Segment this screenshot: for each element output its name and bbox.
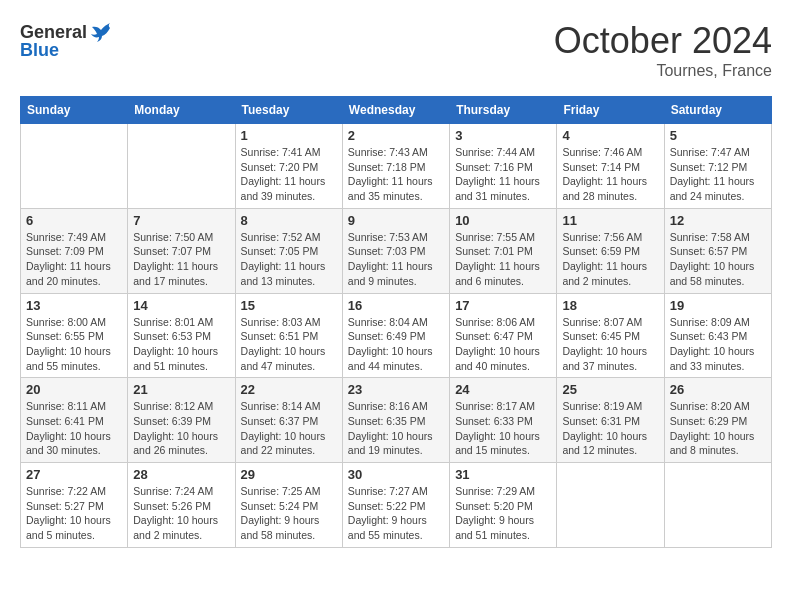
calendar-day-cell: 21Sunrise: 8:12 AM Sunset: 6:39 PM Dayli… xyxy=(128,378,235,463)
day-info: Sunrise: 7:22 AM Sunset: 5:27 PM Dayligh… xyxy=(26,484,122,543)
day-number: 28 xyxy=(133,467,229,482)
calendar-week-row: 27Sunrise: 7:22 AM Sunset: 5:27 PM Dayli… xyxy=(21,463,772,548)
day-info: Sunrise: 8:17 AM Sunset: 6:33 PM Dayligh… xyxy=(455,399,551,458)
day-number: 4 xyxy=(562,128,658,143)
day-number: 23 xyxy=(348,382,444,397)
calendar-week-row: 20Sunrise: 8:11 AM Sunset: 6:41 PM Dayli… xyxy=(21,378,772,463)
day-of-week-header: Wednesday xyxy=(342,97,449,124)
calendar-day-cell: 7Sunrise: 7:50 AM Sunset: 7:07 PM Daylig… xyxy=(128,208,235,293)
day-info: Sunrise: 8:03 AM Sunset: 6:51 PM Dayligh… xyxy=(241,315,337,374)
calendar-day-cell: 29Sunrise: 7:25 AM Sunset: 5:24 PM Dayli… xyxy=(235,463,342,548)
title-block: October 2024 Tournes, France xyxy=(554,20,772,80)
day-number: 31 xyxy=(455,467,551,482)
day-info: Sunrise: 8:09 AM Sunset: 6:43 PM Dayligh… xyxy=(670,315,766,374)
day-info: Sunrise: 8:04 AM Sunset: 6:49 PM Dayligh… xyxy=(348,315,444,374)
day-number: 2 xyxy=(348,128,444,143)
calendar-day-cell: 24Sunrise: 8:17 AM Sunset: 6:33 PM Dayli… xyxy=(450,378,557,463)
day-info: Sunrise: 7:44 AM Sunset: 7:16 PM Dayligh… xyxy=(455,145,551,204)
day-info: Sunrise: 7:49 AM Sunset: 7:09 PM Dayligh… xyxy=(26,230,122,289)
day-number: 29 xyxy=(241,467,337,482)
day-number: 8 xyxy=(241,213,337,228)
calendar-day-cell: 17Sunrise: 8:06 AM Sunset: 6:47 PM Dayli… xyxy=(450,293,557,378)
calendar-day-cell: 3Sunrise: 7:44 AM Sunset: 7:16 PM Daylig… xyxy=(450,124,557,209)
day-info: Sunrise: 7:53 AM Sunset: 7:03 PM Dayligh… xyxy=(348,230,444,289)
calendar-day-cell: 16Sunrise: 8:04 AM Sunset: 6:49 PM Dayli… xyxy=(342,293,449,378)
location-title: Tournes, France xyxy=(554,62,772,80)
day-number: 27 xyxy=(26,467,122,482)
month-title: October 2024 xyxy=(554,20,772,62)
day-number: 13 xyxy=(26,298,122,313)
day-number: 20 xyxy=(26,382,122,397)
day-info: Sunrise: 7:27 AM Sunset: 5:22 PM Dayligh… xyxy=(348,484,444,543)
day-number: 1 xyxy=(241,128,337,143)
day-number: 24 xyxy=(455,382,551,397)
day-info: Sunrise: 7:58 AM Sunset: 6:57 PM Dayligh… xyxy=(670,230,766,289)
calendar-table: SundayMondayTuesdayWednesdayThursdayFrid… xyxy=(20,96,772,548)
day-info: Sunrise: 7:29 AM Sunset: 5:20 PM Dayligh… xyxy=(455,484,551,543)
day-number: 12 xyxy=(670,213,766,228)
calendar-day-cell xyxy=(21,124,128,209)
calendar-day-cell: 5Sunrise: 7:47 AM Sunset: 7:12 PM Daylig… xyxy=(664,124,771,209)
calendar-day-cell: 15Sunrise: 8:03 AM Sunset: 6:51 PM Dayli… xyxy=(235,293,342,378)
day-number: 21 xyxy=(133,382,229,397)
calendar-day-cell: 13Sunrise: 8:00 AM Sunset: 6:55 PM Dayli… xyxy=(21,293,128,378)
calendar-day-cell: 10Sunrise: 7:55 AM Sunset: 7:01 PM Dayli… xyxy=(450,208,557,293)
day-of-week-header: Friday xyxy=(557,97,664,124)
day-info: Sunrise: 7:43 AM Sunset: 7:18 PM Dayligh… xyxy=(348,145,444,204)
day-info: Sunrise: 7:55 AM Sunset: 7:01 PM Dayligh… xyxy=(455,230,551,289)
day-number: 15 xyxy=(241,298,337,313)
day-of-week-header: Saturday xyxy=(664,97,771,124)
calendar-day-cell: 2Sunrise: 7:43 AM Sunset: 7:18 PM Daylig… xyxy=(342,124,449,209)
calendar-day-cell: 1Sunrise: 7:41 AM Sunset: 7:20 PM Daylig… xyxy=(235,124,342,209)
calendar-day-cell: 19Sunrise: 8:09 AM Sunset: 6:43 PM Dayli… xyxy=(664,293,771,378)
logo-bird-icon xyxy=(89,20,113,44)
calendar-day-cell xyxy=(128,124,235,209)
day-info: Sunrise: 8:06 AM Sunset: 6:47 PM Dayligh… xyxy=(455,315,551,374)
day-number: 11 xyxy=(562,213,658,228)
calendar-day-cell: 30Sunrise: 7:27 AM Sunset: 5:22 PM Dayli… xyxy=(342,463,449,548)
calendar-day-cell: 11Sunrise: 7:56 AM Sunset: 6:59 PM Dayli… xyxy=(557,208,664,293)
day-info: Sunrise: 8:07 AM Sunset: 6:45 PM Dayligh… xyxy=(562,315,658,374)
page-header: General Blue October 2024 Tournes, Franc… xyxy=(20,20,772,80)
day-info: Sunrise: 7:41 AM Sunset: 7:20 PM Dayligh… xyxy=(241,145,337,204)
day-of-week-header: Monday xyxy=(128,97,235,124)
day-of-week-header: Tuesday xyxy=(235,97,342,124)
day-info: Sunrise: 7:47 AM Sunset: 7:12 PM Dayligh… xyxy=(670,145,766,204)
day-number: 30 xyxy=(348,467,444,482)
calendar-day-cell: 31Sunrise: 7:29 AM Sunset: 5:20 PM Dayli… xyxy=(450,463,557,548)
day-info: Sunrise: 8:16 AM Sunset: 6:35 PM Dayligh… xyxy=(348,399,444,458)
calendar-day-cell: 6Sunrise: 7:49 AM Sunset: 7:09 PM Daylig… xyxy=(21,208,128,293)
day-info: Sunrise: 8:14 AM Sunset: 6:37 PM Dayligh… xyxy=(241,399,337,458)
day-info: Sunrise: 8:00 AM Sunset: 6:55 PM Dayligh… xyxy=(26,315,122,374)
day-info: Sunrise: 7:24 AM Sunset: 5:26 PM Dayligh… xyxy=(133,484,229,543)
day-info: Sunrise: 7:52 AM Sunset: 7:05 PM Dayligh… xyxy=(241,230,337,289)
day-info: Sunrise: 7:56 AM Sunset: 6:59 PM Dayligh… xyxy=(562,230,658,289)
day-info: Sunrise: 7:25 AM Sunset: 5:24 PM Dayligh… xyxy=(241,484,337,543)
day-info: Sunrise: 8:11 AM Sunset: 6:41 PM Dayligh… xyxy=(26,399,122,458)
calendar-day-cell: 28Sunrise: 7:24 AM Sunset: 5:26 PM Dayli… xyxy=(128,463,235,548)
calendar-day-cell: 8Sunrise: 7:52 AM Sunset: 7:05 PM Daylig… xyxy=(235,208,342,293)
day-number: 9 xyxy=(348,213,444,228)
logo: General Blue xyxy=(20,20,113,61)
calendar-day-cell: 25Sunrise: 8:19 AM Sunset: 6:31 PM Dayli… xyxy=(557,378,664,463)
day-info: Sunrise: 8:01 AM Sunset: 6:53 PM Dayligh… xyxy=(133,315,229,374)
logo-blue: Blue xyxy=(20,40,59,61)
day-number: 18 xyxy=(562,298,658,313)
day-number: 17 xyxy=(455,298,551,313)
day-number: 26 xyxy=(670,382,766,397)
day-info: Sunrise: 7:50 AM Sunset: 7:07 PM Dayligh… xyxy=(133,230,229,289)
calendar-day-cell: 18Sunrise: 8:07 AM Sunset: 6:45 PM Dayli… xyxy=(557,293,664,378)
day-number: 19 xyxy=(670,298,766,313)
day-info: Sunrise: 7:46 AM Sunset: 7:14 PM Dayligh… xyxy=(562,145,658,204)
calendar-day-cell xyxy=(664,463,771,548)
day-number: 6 xyxy=(26,213,122,228)
calendar-day-cell xyxy=(557,463,664,548)
calendar-day-cell: 23Sunrise: 8:16 AM Sunset: 6:35 PM Dayli… xyxy=(342,378,449,463)
calendar-week-row: 6Sunrise: 7:49 AM Sunset: 7:09 PM Daylig… xyxy=(21,208,772,293)
day-number: 10 xyxy=(455,213,551,228)
day-number: 16 xyxy=(348,298,444,313)
day-of-week-header: Thursday xyxy=(450,97,557,124)
calendar-day-cell: 22Sunrise: 8:14 AM Sunset: 6:37 PM Dayli… xyxy=(235,378,342,463)
calendar-week-row: 1Sunrise: 7:41 AM Sunset: 7:20 PM Daylig… xyxy=(21,124,772,209)
calendar-day-cell: 12Sunrise: 7:58 AM Sunset: 6:57 PM Dayli… xyxy=(664,208,771,293)
